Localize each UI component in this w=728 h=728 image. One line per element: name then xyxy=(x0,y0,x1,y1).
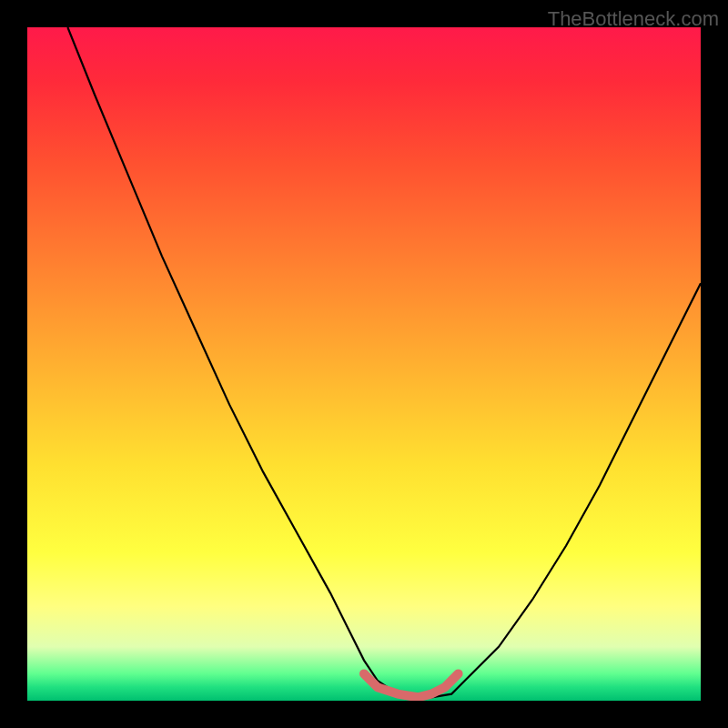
curve-svg xyxy=(27,27,701,701)
main-curve xyxy=(67,27,701,697)
watermark-text: TheBottleneck.com xyxy=(548,7,719,31)
plot-area xyxy=(27,27,701,701)
highlight-band xyxy=(364,673,459,697)
chart-container: TheBottleneck.com xyxy=(0,0,728,728)
